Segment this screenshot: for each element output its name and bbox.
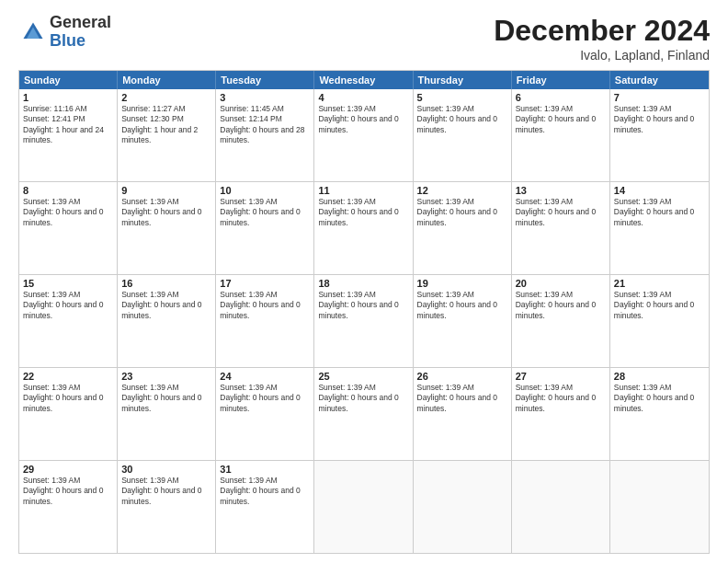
cell-info: Sunrise: 11:27 AM Sunset: 12:30 PM Dayli… [121,104,211,146]
calendar: SundayMondayTuesdayWednesdayThursdayFrid… [18,70,710,554]
calendar-cell [610,461,709,553]
calendar-row: 1Sunrise: 11:16 AM Sunset: 12:41 PM Dayl… [19,89,709,182]
calendar-cell: 6Sunset: 1:39 AM Daylight: 0 hours and 0… [512,89,610,181]
calendar-cell: 24Sunset: 1:39 AM Daylight: 0 hours and … [216,368,314,460]
day-number: 27 [516,371,606,382]
day-number: 11 [318,185,408,196]
cell-info: Sunset: 1:39 AM Daylight: 0 hours and 0 … [417,290,507,321]
cell-info: Sunset: 1:39 AM Daylight: 0 hours and 0 … [220,476,310,507]
day-number: 28 [614,371,705,382]
calendar-cell: 9Sunset: 1:39 AM Daylight: 0 hours and 0… [118,182,216,274]
logo-icon [20,19,46,45]
cell-info: Sunset: 1:39 AM Daylight: 0 hours and 0 … [23,290,113,321]
day-number: 15 [23,278,113,289]
day-number: 18 [318,278,408,289]
logo-text: General Blue [50,14,111,51]
day-number: 31 [220,464,310,475]
day-number: 25 [318,371,408,382]
calendar-cell: 17Sunset: 1:39 AM Daylight: 0 hours and … [216,275,314,367]
calendar-cell [414,461,512,553]
cell-info: Sunset: 1:39 AM Daylight: 0 hours and 0 … [516,197,606,228]
cell-info: Sunset: 1:39 AM Daylight: 0 hours and 0 … [121,197,211,228]
calendar-row: 15Sunset: 1:39 AM Daylight: 0 hours and … [19,275,709,368]
weekday-header: Tuesday [216,71,314,89]
day-number: 2 [121,92,211,103]
cell-info: Sunset: 1:39 AM Daylight: 0 hours and 0 … [614,197,705,228]
cell-info: Sunset: 1:39 AM Daylight: 0 hours and 0 … [516,383,606,414]
day-number: 30 [121,464,211,475]
cell-info: Sunset: 1:39 AM Daylight: 0 hours and 0 … [23,476,113,507]
day-number: 3 [220,92,310,103]
calendar-cell: 5Sunset: 1:39 AM Daylight: 0 hours and 0… [414,89,512,181]
weekday-header: Monday [118,71,216,89]
day-number: 13 [516,185,606,196]
logo: General Blue [18,14,111,51]
calendar-body: 1Sunrise: 11:16 AM Sunset: 12:41 PM Dayl… [19,89,709,553]
cell-info: Sunset: 1:39 AM Daylight: 0 hours and 0 … [614,383,705,414]
calendar-cell: 26Sunset: 1:39 AM Daylight: 0 hours and … [414,368,512,460]
cell-info: Sunset: 1:39 AM Daylight: 0 hours and 0 … [318,383,408,414]
calendar-cell: 16Sunset: 1:39 AM Daylight: 0 hours and … [118,275,216,367]
calendar-cell [512,461,610,553]
weekday-header: Saturday [610,71,709,89]
calendar-cell: 30Sunset: 1:39 AM Daylight: 0 hours and … [118,461,216,553]
calendar-cell: 31Sunset: 1:39 AM Daylight: 0 hours and … [216,461,314,553]
cell-info: Sunset: 1:39 AM Daylight: 0 hours and 0 … [417,383,507,414]
page: General Blue December 2024 Ivalo, Laplan… [0,0,728,563]
cell-info: Sunset: 1:39 AM Daylight: 0 hours and 0 … [23,197,113,228]
calendar-cell: 15Sunset: 1:39 AM Daylight: 0 hours and … [19,275,118,367]
cell-info: Sunset: 1:39 AM Daylight: 0 hours and 0 … [121,476,211,507]
calendar-cell: 20Sunset: 1:39 AM Daylight: 0 hours and … [512,275,610,367]
cell-info: Sunset: 1:39 AM Daylight: 0 hours and 0 … [121,290,211,321]
calendar-row: 22Sunset: 1:39 AM Daylight: 0 hours and … [19,368,709,461]
weekday-header: Sunday [19,71,118,89]
calendar-cell: 10Sunset: 1:39 AM Daylight: 0 hours and … [216,182,314,274]
header: General Blue December 2024 Ivalo, Laplan… [18,14,710,63]
calendar-cell: 25Sunset: 1:39 AM Daylight: 0 hours and … [314,368,413,460]
cell-info: Sunset: 1:39 AM Daylight: 0 hours and 0 … [318,290,408,321]
day-number: 8 [23,185,113,196]
calendar-cell: 2Sunrise: 11:27 AM Sunset: 12:30 PM Dayl… [118,89,216,181]
title-block: December 2024 Ivalo, Lapland, Finland [494,14,710,63]
day-number: 12 [417,185,507,196]
cell-info: Sunset: 1:39 AM Daylight: 0 hours and 0 … [516,290,606,321]
calendar-cell: 1Sunrise: 11:16 AM Sunset: 12:41 PM Dayl… [19,89,118,181]
day-number: 20 [516,278,606,289]
calendar-cell: 28Sunset: 1:39 AM Daylight: 0 hours and … [610,368,709,460]
cell-info: Sunset: 1:39 AM Daylight: 0 hours and 0 … [318,104,408,135]
calendar-cell: 3Sunrise: 11:45 AM Sunset: 12:14 PM Dayl… [216,89,314,181]
day-number: 21 [614,278,705,289]
calendar-cell: 14Sunset: 1:39 AM Daylight: 0 hours and … [610,182,709,274]
calendar-cell: 27Sunset: 1:39 AM Daylight: 0 hours and … [512,368,610,460]
calendar-header: SundayMondayTuesdayWednesdayThursdayFrid… [19,71,709,89]
location: Ivalo, Lapland, Finland [494,48,710,63]
cell-info: Sunset: 1:39 AM Daylight: 0 hours and 0 … [23,383,113,414]
day-number: 7 [614,92,705,103]
day-number: 22 [23,371,113,382]
day-number: 10 [220,185,310,196]
day-number: 4 [318,92,408,103]
cell-info: Sunrise: 11:45 AM Sunset: 12:14 PM Dayli… [220,104,310,146]
calendar-cell: 11Sunset: 1:39 AM Daylight: 0 hours and … [314,182,413,274]
cell-info: Sunset: 1:39 AM Daylight: 0 hours and 0 … [220,383,310,414]
calendar-cell: 21Sunset: 1:39 AM Daylight: 0 hours and … [610,275,709,367]
weekday-header: Wednesday [314,71,413,89]
day-number: 29 [23,464,113,475]
cell-info: Sunrise: 11:16 AM Sunset: 12:41 PM Dayli… [23,104,113,146]
calendar-cell: 7Sunset: 1:39 AM Daylight: 0 hours and 0… [610,89,709,181]
calendar-cell: 29Sunset: 1:39 AM Daylight: 0 hours and … [19,461,118,553]
day-number: 24 [220,371,310,382]
weekday-header: Thursday [414,71,512,89]
day-number: 26 [417,371,507,382]
logo-general-text: General [50,14,111,32]
cell-info: Sunset: 1:39 AM Daylight: 0 hours and 0 … [318,197,408,228]
cell-info: Sunset: 1:39 AM Daylight: 0 hours and 0 … [417,104,507,135]
cell-info: Sunset: 1:39 AM Daylight: 0 hours and 0 … [516,104,606,135]
day-number: 6 [516,92,606,103]
calendar-cell: 18Sunset: 1:39 AM Daylight: 0 hours and … [314,275,413,367]
logo-blue-text: Blue [50,32,111,51]
day-number: 16 [121,278,211,289]
weekday-header: Friday [512,71,610,89]
calendar-cell [314,461,413,553]
cell-info: Sunset: 1:39 AM Daylight: 0 hours and 0 … [614,290,705,321]
